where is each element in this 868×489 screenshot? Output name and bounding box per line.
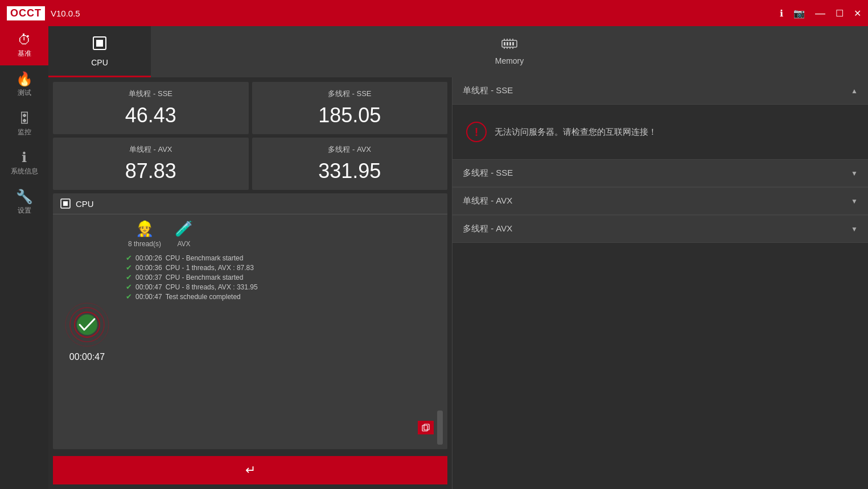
svg-rect-6: [512, 42, 514, 45]
bench-grid: 单线程 - SSE 46.43 多线程 - SSE 185.05 单线程 - A…: [53, 82, 447, 190]
maximize-icon[interactable]: ☐: [836, 8, 844, 19]
tab-cpu[interactable]: CPU: [48, 26, 151, 77]
bench-card-single-sse: 单线程 - SSE 46.43: [53, 82, 249, 134]
bench-value-multi-sse: 185.05: [318, 103, 381, 127]
main-layout: ⏱ 基准 🔥 测试 🎛 监控 ℹ 系统信息 🔧 设置: [0, 26, 868, 489]
screenshot-icon[interactable]: 📷: [793, 8, 805, 19]
sidebar: ⏱ 基准 🔥 测试 🎛 监控 ℹ 系统信息 🔧 设置: [0, 26, 48, 489]
result-label-single-sse: 单线程 - SSE: [463, 85, 513, 96]
log-entry: ✔ 00:00:36 CPU - 1 threads, AVX : 87.83: [126, 263, 443, 272]
svg-rect-1: [96, 40, 103, 47]
bench-value-multi-avx: 331.95: [318, 159, 381, 183]
result-header-multi-sse[interactable]: 多线程 - SSE ▼: [452, 160, 868, 187]
benchmark-icon: ⏱: [18, 33, 31, 47]
log-copy-button[interactable]: [418, 421, 434, 434]
status-header: CPU: [53, 193, 447, 214]
log-time: 00:00:36: [135, 264, 162, 272]
log-area: ✔ 00:00:26 CPU - Benchmark started ✔ 00:…: [121, 251, 447, 406]
threads-icon: 👷: [135, 220, 154, 238]
sidebar-item-test[interactable]: 🔥 测试: [0, 65, 48, 105]
monitor-icon: 🎛: [18, 111, 31, 125]
log-check-icon: ✔: [126, 292, 132, 301]
split-pane: 单线程 - SSE 46.43 多线程 - SSE 185.05 单线程 - A…: [48, 77, 868, 489]
sysinfo-icon: ℹ: [22, 151, 27, 164]
titlebar: OCCT V10.0.5 ℹ 📷 — ☐ ✕: [0, 0, 868, 26]
sidebar-item-monitor[interactable]: 🎛 监控: [0, 105, 48, 144]
bench-card-multi-sse: 多线程 - SSE 185.05: [252, 82, 448, 134]
result-header-single-avx[interactable]: 单线程 - AVX ▼: [452, 188, 868, 215]
result-header-single-sse[interactable]: 单线程 - SSE ▲: [452, 77, 868, 105]
log-check-icon: ✔: [126, 254, 132, 262]
close-icon[interactable]: ✕: [854, 8, 861, 19]
sidebar-label-monitor: 监控: [18, 127, 31, 137]
config-row: 👷 8 thread(s) 🧪 AVX: [121, 214, 447, 251]
settings-icon: 🔧: [16, 190, 33, 204]
avx-icon: 🧪: [175, 220, 193, 238]
bench-title-single-avx: 单线程 - AVX: [129, 144, 172, 155]
result-label-single-avx: 单线程 - AVX: [463, 196, 512, 206]
content-area: CPU: [48, 26, 868, 489]
titlebar-controls: ℹ 📷 — ☐ ✕: [780, 7, 861, 19]
sidebar-label-test: 测试: [18, 88, 31, 98]
bench-value-single-sse: 46.43: [125, 103, 176, 127]
log-scrollbar[interactable]: [437, 411, 443, 445]
chevron-down-icon-multi-sse: ▼: [851, 169, 858, 177]
sidebar-label-benchmark: 基准: [18, 49, 31, 59]
sidebar-item-benchmark[interactable]: ⏱ 基准: [0, 26, 48, 65]
radar-animation: [64, 302, 110, 347]
log-check-icon: ✔: [126, 283, 132, 291]
chevron-up-icon: ▲: [851, 87, 858, 95]
svg-rect-3: [504, 42, 505, 45]
status-left: 00:00:47: [53, 214, 121, 449]
log-entry: ✔ 00:00:37 CPU - Benchmark started: [126, 273, 443, 281]
timer-display: 00:00:47: [69, 352, 105, 362]
log-entry: ✔ 00:00:47 CPU - 8 threads, AVX : 331.95: [126, 283, 443, 291]
log-message: CPU - 1 threads, AVX : 87.83: [166, 264, 254, 272]
memory-tab-label: Memory: [495, 56, 524, 65]
titlebar-left: OCCT V10.0.5: [7, 6, 80, 20]
submit-button[interactable]: ↵: [53, 456, 447, 484]
bench-title-multi-sse: 多线程 - SSE: [328, 89, 372, 99]
cpu-tab-label: CPU: [91, 58, 108, 67]
bench-value-single-avx: 87.83: [125, 159, 176, 183]
log-time: 00:00:47: [135, 283, 162, 291]
status-label: CPU: [76, 199, 94, 209]
log-message: Test schedule completed: [166, 293, 241, 301]
svg-rect-4: [507, 42, 508, 45]
log-controls: [121, 406, 447, 449]
bench-title-multi-avx: 多线程 - AVX: [328, 144, 371, 155]
error-area: ! 无法访问服务器。请检查您的互联网连接！: [452, 105, 868, 159]
log-check-icon: ✔: [126, 273, 132, 281]
test-icon: 🔥: [16, 72, 33, 86]
svg-rect-5: [509, 42, 511, 45]
log-message: CPU - Benchmark started: [166, 273, 244, 281]
result-section-single-sse: 单线程 - SSE ▲ ! 无法访问服务器。请检查您的互联网连接！: [452, 77, 868, 159]
result-header-multi-avx[interactable]: 多线程 - AVX ▼: [452, 216, 868, 243]
log-time: 00:00:26: [135, 254, 162, 262]
tab-bar: CPU: [48, 26, 868, 77]
log-entry: ✔ 00:00:26 CPU - Benchmark started: [126, 254, 443, 262]
info-icon[interactable]: ℹ: [780, 8, 783, 19]
log-message: CPU - Benchmark started: [166, 254, 244, 262]
sidebar-item-sysinfo[interactable]: ℹ 系统信息: [0, 144, 48, 183]
tab-memory[interactable]: Memory: [151, 26, 868, 77]
chevron-down-icon-multi-avx: ▼: [851, 225, 858, 233]
log-time: 00:00:47: [135, 293, 162, 301]
bench-title-single-sse: 单线程 - SSE: [129, 89, 172, 99]
version-label: V10.0.5: [51, 9, 80, 18]
avx-label: AVX: [177, 240, 190, 248]
logo: OCCT: [7, 6, 45, 20]
config-threads: 👷 8 thread(s): [128, 220, 161, 248]
error-text: 无法访问服务器。请检查您的互联网连接！: [495, 127, 657, 138]
sidebar-item-settings[interactable]: 🔧 设置: [0, 183, 48, 222]
minimize-icon[interactable]: —: [815, 7, 825, 19]
svg-rect-16: [63, 201, 68, 206]
sidebar-label-settings: 设置: [18, 206, 31, 216]
status-body: 00:00:47 👷 8 thread(s) 🧪 AVX: [53, 214, 447, 449]
log-message: CPU - 8 threads, AVX : 331.95: [166, 283, 258, 291]
log-check-icon: ✔: [126, 263, 132, 272]
cpu-tab-icon: [92, 35, 108, 55]
threads-label: 8 thread(s): [128, 240, 161, 248]
left-panel: 单线程 - SSE 46.43 多线程 - SSE 185.05 单线程 - A…: [48, 77, 452, 489]
right-panel: 单线程 - SSE ▲ ! 无法访问服务器。请检查您的互联网连接！ 多线程 - …: [452, 77, 868, 489]
